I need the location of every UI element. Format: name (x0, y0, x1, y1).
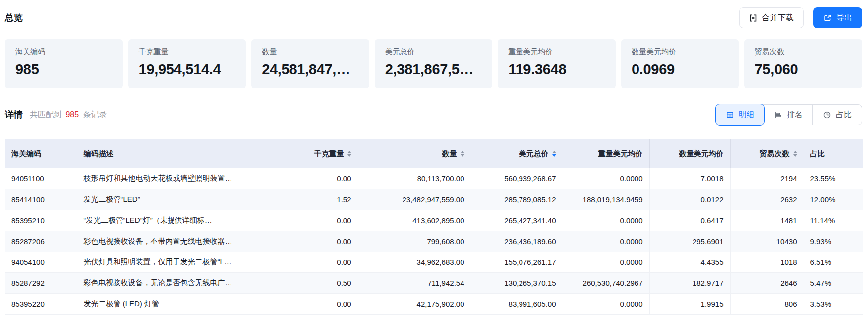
rank-icon (774, 111, 782, 119)
sort-control-trade-count[interactable] (793, 151, 797, 157)
cell-share: 3.53% (804, 293, 863, 314)
table-header-row: 海关编码编码描述千克重量数量美元总价重量美元均价数量美元均价贸易次数占比 (5, 139, 863, 168)
cell-trade-count: 1018 (730, 252, 804, 272)
column-header-inner: 重量美元均价 (570, 149, 643, 159)
column-header-inner: 美元总价 (478, 149, 556, 159)
column-header-usd-per-kg: 重量美元均价 (563, 139, 649, 168)
cell-usd-total: 236,436,189.60 (471, 231, 563, 252)
table-row: 85287206彩色电视接收设备，不带内置无线电接收器…0.00799,608.… (5, 231, 863, 252)
summary-card-6: 数量美元均价0.0969 (621, 39, 739, 88)
pie-icon (823, 111, 831, 119)
sort-control-quantity[interactable] (461, 151, 464, 157)
column-label: 千克重量 (314, 149, 344, 159)
cell-description: 光伏灯具和照明装置，仅用于发光二极管“L… (77, 252, 279, 272)
cell-usd-per-kg: 0.0000 (563, 210, 649, 231)
cell-weight-kg: 0.50 (279, 272, 358, 293)
cell-usd-total: 265,427,341.40 (471, 210, 563, 231)
cell-share: 5.47% (804, 272, 863, 293)
cell-usd-total: 130,265,370.15 (471, 272, 563, 293)
cell-trade-count: 2194 (730, 168, 804, 189)
page: 总览 合并下载 (0, 0, 868, 315)
sort-caret-up-icon (347, 151, 351, 153)
export-button[interactable]: 导出 (813, 7, 862, 28)
cell-usd-per-kg: 188,019,134.9459 (563, 189, 649, 210)
cell-description: 发光二极管 (LED) 灯管 (77, 293, 279, 314)
sort-control-usd-total[interactable] (552, 151, 556, 157)
summary-card-3: 数量24,581,847,… (251, 39, 369, 88)
summary-card-label: 千克重量 (139, 48, 236, 55)
cell-weight-kg: 0.00 (279, 210, 358, 231)
summary-card-1: 海关编码985 (5, 39, 123, 88)
records-table: 海关编码编码描述千克重量数量美元总价重量美元均价数量美元均价贸易次数占比 940… (5, 139, 863, 315)
view-tab-label: 占比 (836, 110, 852, 120)
table-row: 85395210“发光二极管“LED”灯”（未提供详细标…0.00413,602… (5, 210, 863, 231)
summary-card-7: 贸易次数75,060 (744, 39, 862, 88)
column-header-weight-kg[interactable]: 千克重量 (279, 139, 358, 168)
column-header-usd-total[interactable]: 美元总价 (471, 139, 563, 168)
cell-quantity: 34,962,683.00 (358, 252, 471, 272)
summary-card-value: 985 (15, 62, 113, 78)
cell-hs-code: 85395220 (5, 293, 77, 314)
summary-card-value: 0.0969 (632, 62, 729, 78)
cell-usd-per-unit: 295.6901 (649, 231, 730, 252)
cell-description: “发光二极管“LED”灯”（未提供详细标… (77, 210, 279, 231)
cell-hs-code: 85287206 (5, 231, 77, 252)
column-header-share: 占比 (804, 139, 863, 168)
table-row: 85414100发光二极管“LED”1.5223,482,947,559.002… (5, 189, 863, 210)
cell-quantity: 23,482,947,559.00 (358, 189, 471, 210)
column-label: 占比 (810, 149, 825, 159)
view-mode-tabs: 明细排名占比 (716, 104, 862, 125)
cell-hs-code: 85287292 (5, 272, 77, 293)
match-count: 985 (63, 110, 81, 119)
view-tab-detail[interactable]: 明细 (716, 104, 764, 125)
cell-description: 发光二极管“LED” (77, 189, 279, 210)
view-tab-share[interactable]: 占比 (812, 105, 862, 125)
cell-hs-code: 85414100 (5, 189, 77, 210)
column-label: 编码描述 (84, 149, 114, 159)
summary-card-label: 数量美元均价 (632, 48, 729, 55)
cell-usd-total: 560,939,268.67 (471, 168, 563, 189)
cell-hs-code: 94051100 (5, 168, 77, 189)
cell-weight-kg: 1.52 (279, 189, 358, 210)
column-header-description: 编码描述 (77, 139, 279, 168)
cell-description: 彩色电视接收设备，无论是否包含无线电广… (77, 272, 279, 293)
cell-weight-kg: 0.00 (279, 293, 358, 314)
summary-card-label: 重量美元均价 (508, 48, 605, 55)
column-label: 数量 (442, 149, 457, 159)
table-row: 85395220发光二极管 (LED) 灯管0.0042,175,902.008… (5, 293, 863, 314)
view-tab-label: 明细 (739, 110, 754, 120)
summary-card-label: 贸易次数 (754, 48, 852, 55)
details-title: 详情 (5, 109, 23, 121)
column-header-quantity[interactable]: 数量 (358, 139, 471, 168)
view-tab-rank[interactable]: 排名 (764, 105, 812, 125)
column-header-inner: 海关编码 (11, 149, 70, 159)
merge-download-button[interactable]: 合并下载 (739, 7, 804, 28)
cell-trade-count: 1481 (730, 210, 804, 231)
summary-card-4: 美元总价2,381,867,5… (375, 39, 493, 88)
sort-control-weight-kg[interactable] (347, 151, 351, 157)
summary-card-value: 19,954,514.4 (139, 62, 236, 78)
column-header-hs-code: 海关编码 (5, 139, 77, 168)
cell-share: 12.00% (804, 189, 863, 210)
cell-usd-total: 155,076,261.17 (471, 252, 563, 272)
sort-caret-down-icon (793, 154, 797, 157)
cell-trade-count: 2646 (730, 272, 804, 293)
cell-usd-per-unit: 7.0018 (649, 168, 730, 189)
cell-quantity: 42,175,902.00 (358, 293, 471, 314)
table-row: 85287292彩色电视接收设备，无论是否包含无线电广…0.50711,942.… (5, 272, 863, 293)
cell-usd-per-kg: 0.0000 (563, 293, 649, 314)
details-bar: 详情 共匹配到 985 条记录 明细排名占比 (5, 104, 862, 125)
cell-share: 6.51% (804, 252, 863, 272)
sort-caret-down-icon (461, 154, 464, 157)
column-header-trade-count[interactable]: 贸易次数 (730, 139, 804, 168)
cell-trade-count: 10430 (730, 231, 804, 252)
cell-description: 彩色电视接收设备，不带内置无线电接收器… (77, 231, 279, 252)
summary-card-label: 海关编码 (15, 48, 113, 55)
sort-caret-down-icon (347, 154, 351, 157)
cell-share: 11.14% (804, 210, 863, 231)
cell-description: 枝形吊灯和其他电动天花板或墙壁照明装置… (77, 168, 279, 189)
summary-cards: 海关编码985千克重量19,954,514.4数量24,581,847,…美元总… (5, 39, 862, 88)
cell-quantity: 413,602,895.00 (358, 210, 471, 231)
summary-card-value: 75,060 (754, 62, 852, 78)
cell-usd-per-unit: 0.6417 (649, 210, 730, 231)
